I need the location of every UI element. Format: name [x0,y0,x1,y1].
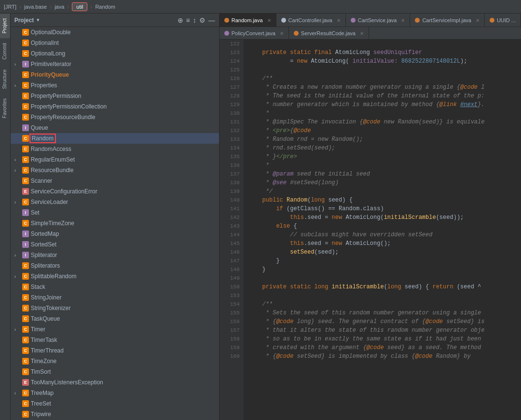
arrow-icon: › [14,157,20,163]
tab-close-icon[interactable]: ✕ [337,18,341,23]
tree-container[interactable]: C OptionalDouble C OptionalInt C Optiona… [11,27,219,420]
list-item[interactable]: C TimerThread [11,345,219,356]
list-item[interactable]: › C ServiceLoader [11,197,219,207]
list-item[interactable]: › C ResourceBundle [11,165,219,176]
breadcrumb-javabase[interactable]: java.base [24,4,47,10]
arrow-icon: › [14,253,20,258]
list-item[interactable]: C RandomAccess [11,144,219,154]
list-item[interactable]: C OptionalLong [11,48,219,59]
tab-icon [415,18,420,23]
item-label: PriorityQueue [31,71,69,78]
list-item[interactable]: I Queue [11,122,219,133]
list-item[interactable]: C PropertyPermissionCollection [11,101,219,112]
list-item[interactable]: C PropertyPermission [11,91,219,101]
breadcrumb-random[interactable]: Random [95,4,115,10]
list-item[interactable]: C OptionalInt [11,38,219,48]
list-item[interactable]: E ServiceConfigurationError [11,186,219,197]
app-window: [JRT] › java.base › java › util › Random… [0,0,521,420]
breadcrumb-util[interactable]: util [72,2,87,11]
tab-random-java[interactable]: Random.java ✕ [219,14,276,27]
expand-icon[interactable]: ↕ [193,16,196,24]
list-item[interactable]: C TimSort [11,366,219,377]
item-label: TreeSet [31,400,51,407]
sidebar-item-commit[interactable]: Commit [0,38,10,64]
list-item[interactable]: E TooManyListenersException [11,377,219,388]
list-item[interactable]: C TimerTask [11,335,219,345]
class-icon: C [22,294,29,301]
list-item[interactable]: C Spliterators [11,260,219,271]
code-line: this.seed = new AtomicLong(); [248,239,521,248]
list-item[interactable]: I Set [11,207,219,218]
list-item[interactable]: C StringTokenizer [11,303,219,313]
arrow-icon: › [14,62,20,67]
tab-close-icon[interactable]: ✕ [401,18,405,23]
class-icon: C [22,50,29,57]
breadcrumb-jrt[interactable]: [JRT] [4,4,16,10]
class-icon: C [22,390,29,396]
list-item[interactable]: › I Spliterator [11,250,219,260]
interface-icon: I [22,209,29,216]
list-item[interactable]: I SortedSet [11,239,219,250]
interface-icon: I [22,230,29,237]
tab-label: UUID ... [497,17,516,23]
code-line: else { [248,222,521,230]
tab-server-result-code[interactable]: ServerResultCode.java ✕ [289,27,369,40]
tab-close-icon[interactable]: ✕ [476,18,480,23]
class-icon: C [22,220,29,227]
item-label: RandomAccess [31,146,71,152]
list-item[interactable]: C PropertyResourceBundle [11,112,219,122]
tab-uuid[interactable]: UUID ... [485,14,521,27]
collapse-all-icon[interactable]: ≡ [186,16,190,24]
list-item[interactable]: C StringJoiner [11,292,219,303]
list-item[interactable]: C SimpleTimeZone [11,218,219,229]
code-line [248,66,521,74]
list-item[interactable]: › C RegularEnumSet [11,154,219,165]
close-panel-icon[interactable]: — [208,16,215,24]
list-item[interactable]: › C Timer [11,324,219,335]
add-icon[interactable]: ⊕ [178,16,183,24]
sidebar-item-project[interactable]: Project [0,14,10,38]
class-icon: C [22,358,29,365]
class-icon: C [22,347,29,354]
tab-close-icon[interactable]: ✕ [267,18,271,23]
code-line: } [248,257,521,265]
breadcrumb-java[interactable]: java [55,4,64,10]
project-dropdown[interactable]: ▾ [37,17,40,23]
tab-label: CartController.java [288,17,332,23]
list-item[interactable]: C Stack [11,282,219,292]
class-icon: C [22,199,29,205]
code-line: setSeed(seed); [248,248,521,257]
list-item[interactable]: C TaskQueue [11,313,219,324]
item-label: OptionalDouble [31,29,71,36]
tab-icon [281,18,286,23]
tab-policy-convert[interactable]: PolicyConvert.java ✕ [219,27,289,40]
side-tabs: Project Commit Structure Favorites [0,14,11,420]
item-label: RegularEnumSet [31,156,75,163]
arrow-icon: › [14,83,20,88]
sidebar-item-structure[interactable]: Structure [0,65,10,94]
item-label: PropertyResourceBundle [31,114,96,121]
tab-cart-controller[interactable]: CartController.java ✕ [276,14,346,27]
list-item[interactable]: I SortedMap [11,229,219,239]
list-item[interactable]: › C SplittableRandom [11,271,219,282]
list-item[interactable]: › I PrimitiveIterator [11,59,219,69]
list-item[interactable]: › C TreeMap [11,388,219,398]
list-item[interactable]: C OptionalDouble [11,27,219,38]
list-item[interactable]: C TimeZone [11,356,219,366]
list-item[interactable]: C Scanner [11,176,219,186]
settings-icon[interactable]: ⚙ [199,16,206,24]
tab-close-icon[interactable]: ✕ [360,31,364,36]
list-item[interactable]: C TreeSet [11,398,219,409]
editor-area: Random.java ✕ CartController.java ✕ Cart… [219,14,521,420]
list-item-random[interactable]: C Random [11,133,219,144]
list-item[interactable]: C PriorityQueue [11,69,219,80]
list-item[interactable]: › C Properties [11,80,219,91]
code-line: * @implSpec The invocation {@code new Ra… [248,118,521,126]
code-line: * Sets the seed of this random number ge… [248,309,521,317]
sidebar-item-favorites[interactable]: Favorites [0,94,10,123]
tab-cart-service[interactable]: CartService.java ✕ [346,14,411,27]
tab-close-icon[interactable]: ✕ [280,31,284,36]
list-item[interactable]: C Tripwire [11,409,219,420]
code-line: * {@code long} seed. The general contrac… [248,317,521,326]
tab-cart-service-impl[interactable]: CartServiceImpl.java ✕ [410,14,484,27]
